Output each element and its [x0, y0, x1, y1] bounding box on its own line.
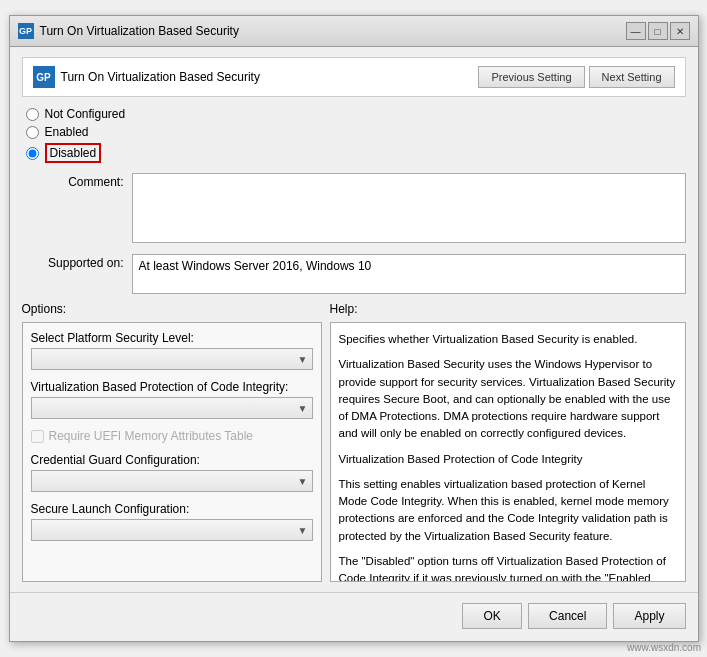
radio-disabled-input[interactable] [26, 147, 39, 160]
comment-label: Comment: [22, 173, 132, 189]
help-para-3: This setting enables virtualization base… [339, 476, 677, 545]
platform-security-label: Select Platform Security Level: [31, 331, 313, 345]
vbs-dropdown[interactable]: ▼ [31, 397, 313, 419]
watermark: www.wsxdn.com [627, 642, 701, 653]
secure-launch-item: Secure Launch Configuration: ▼ [31, 502, 313, 541]
require-uefi-item: Require UEFI Memory Attributes Table [31, 429, 313, 443]
options-box: Select Platform Security Level: ▼ Virtua… [22, 322, 322, 582]
previous-setting-button[interactable]: Previous Setting [478, 66, 584, 88]
supported-on-value: At least Windows Server 2016, Windows 10 [132, 254, 686, 294]
comment-textarea[interactable] [132, 173, 686, 243]
supported-on-row: Supported on: At least Windows Server 20… [22, 254, 686, 294]
radio-disabled[interactable]: Disabled [26, 143, 686, 163]
minimize-button[interactable]: — [626, 22, 646, 40]
main-window: GP Turn On Virtualization Based Security… [9, 15, 699, 642]
radio-not-configured[interactable]: Not Configured [26, 107, 686, 121]
radio-not-configured-input[interactable] [26, 108, 39, 121]
secure-launch-arrow: ▼ [298, 525, 308, 536]
vbs-arrow: ▼ [298, 403, 308, 414]
credential-guard-arrow: ▼ [298, 476, 308, 487]
header-icon: GP [33, 66, 55, 88]
radio-enabled-input[interactable] [26, 126, 39, 139]
secure-launch-dropdown[interactable]: ▼ [31, 519, 313, 541]
help-para-1: Virtualization Based Security uses the W… [339, 356, 677, 442]
radio-enabled[interactable]: Enabled [26, 125, 686, 139]
help-label: Help: [330, 302, 686, 316]
window-content: GP Turn On Virtualization Based Security… [10, 47, 698, 592]
vbs-label: Virtualization Based Protection of Code … [31, 380, 313, 394]
footer-bar: OK Cancel Apply [10, 592, 698, 641]
ok-button[interactable]: OK [462, 603, 522, 629]
radio-disabled-label: Disabled [45, 143, 102, 163]
comment-container [132, 173, 686, 246]
close-button[interactable]: ✕ [670, 22, 690, 40]
header-icon-label: GP [36, 72, 50, 83]
platform-security-item: Select Platform Security Level: ▼ [31, 331, 313, 370]
secure-launch-label: Secure Launch Configuration: [31, 502, 313, 516]
radio-not-configured-label: Not Configured [45, 107, 126, 121]
apply-button[interactable]: Apply [613, 603, 685, 629]
help-para-4: The "Disabled" option turns off Virtuali… [339, 553, 677, 582]
header-bar-left: GP Turn On Virtualization Based Security [33, 66, 260, 88]
platform-security-arrow: ▼ [298, 354, 308, 365]
maximize-button[interactable]: □ [648, 22, 668, 40]
header-bar: GP Turn On Virtualization Based Security… [22, 57, 686, 97]
help-box[interactable]: Specifies whether Virtualization Based S… [330, 322, 686, 582]
radio-enabled-label: Enabled [45, 125, 89, 139]
vbs-item: Virtualization Based Protection of Code … [31, 380, 313, 419]
title-bar: GP Turn On Virtualization Based Security… [10, 16, 698, 47]
options-section: Options: Select Platform Security Level:… [22, 302, 322, 582]
require-uefi-label: Require UEFI Memory Attributes Table [49, 429, 254, 443]
window-icon: GP [18, 23, 34, 39]
help-para-2: Virtualization Based Protection of Code … [339, 451, 677, 468]
window-title: Turn On Virtualization Based Security [40, 24, 239, 38]
help-para-0: Specifies whether Virtualization Based S… [339, 331, 677, 348]
help-section: Help: Specifies whether Virtualization B… [330, 302, 686, 582]
options-label: Options: [22, 302, 322, 316]
cancel-button[interactable]: Cancel [528, 603, 607, 629]
credential-guard-dropdown[interactable]: ▼ [31, 470, 313, 492]
require-uefi-checkbox[interactable] [31, 430, 44, 443]
supported-on-label: Supported on: [22, 254, 132, 270]
window-icon-label: GP [19, 26, 32, 36]
radio-section: Not Configured Enabled Disabled [22, 107, 686, 163]
options-help-row: Options: Select Platform Security Level:… [22, 302, 686, 582]
comment-row: Comment: [22, 173, 686, 246]
title-bar-left: GP Turn On Virtualization Based Security [18, 23, 239, 39]
header-title: Turn On Virtualization Based Security [61, 70, 260, 84]
header-buttons: Previous Setting Next Setting [478, 66, 674, 88]
credential-guard-label: Credential Guard Configuration: [31, 453, 313, 467]
next-setting-button[interactable]: Next Setting [589, 66, 675, 88]
credential-guard-item: Credential Guard Configuration: ▼ [31, 453, 313, 492]
title-bar-controls: — □ ✕ [626, 22, 690, 40]
platform-security-dropdown[interactable]: ▼ [31, 348, 313, 370]
